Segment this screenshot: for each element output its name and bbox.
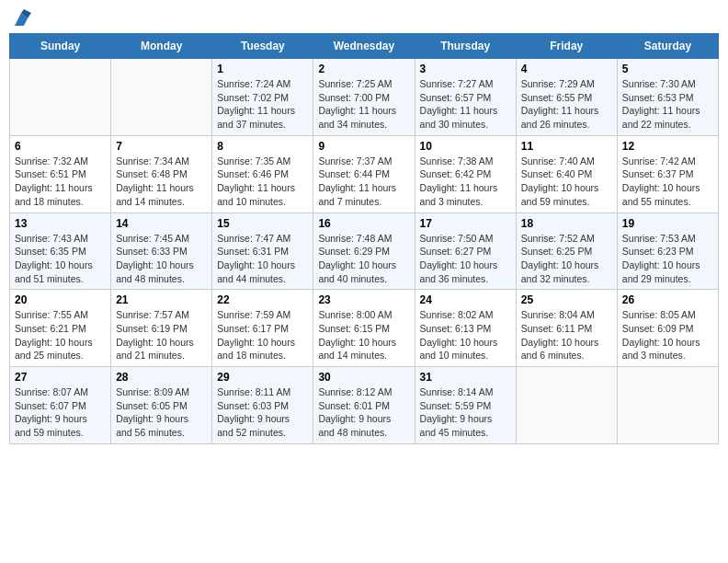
day-info: Sunrise: 7:42 AMSunset: 6:37 PMDaylight:… (622, 155, 713, 209)
day-info: Sunrise: 7:43 AMSunset: 6:35 PMDaylight:… (15, 232, 106, 286)
day-info: Sunrise: 7:27 AMSunset: 6:57 PMDaylight:… (420, 77, 511, 132)
day-number: 22 (217, 293, 308, 306)
day-info: Sunrise: 8:04 AMSunset: 6:11 PMDaylight:… (521, 308, 612, 362)
calendar-cell (617, 367, 718, 444)
weekday-header: Sunday (10, 34, 111, 59)
day-number: 17 (420, 217, 511, 230)
day-info: Sunrise: 7:53 AMSunset: 6:23 PMDaylight:… (622, 232, 713, 286)
day-info: Sunrise: 8:09 AMSunset: 6:05 PMDaylight:… (116, 385, 207, 440)
day-info: Sunrise: 8:00 AMSunset: 6:15 PMDaylight:… (318, 308, 409, 362)
day-info: Sunrise: 8:07 AMSunset: 6:07 PMDaylight:… (15, 385, 106, 440)
day-number: 30 (318, 371, 409, 384)
day-number: 7 (116, 140, 207, 153)
day-number: 20 (15, 293, 106, 306)
day-info: Sunrise: 7:25 AMSunset: 7:00 PMDaylight:… (318, 77, 409, 132)
day-info: Sunrise: 7:55 AMSunset: 6:21 PMDaylight:… (15, 308, 106, 362)
day-info: Sunrise: 7:48 AMSunset: 6:29 PMDaylight:… (318, 232, 409, 286)
day-info: Sunrise: 7:24 AMSunset: 7:02 PMDaylight:… (217, 77, 308, 132)
day-info: Sunrise: 7:32 AMSunset: 6:51 PMDaylight:… (15, 155, 106, 209)
day-number: 18 (521, 217, 612, 230)
calendar-cell: 15Sunrise: 7:47 AMSunset: 6:31 PMDayligh… (212, 213, 313, 290)
day-number: 13 (15, 217, 106, 230)
calendar-cell: 23Sunrise: 8:00 AMSunset: 6:15 PMDayligh… (313, 290, 415, 367)
day-info: Sunrise: 7:29 AMSunset: 6:55 PMDaylight:… (521, 77, 612, 132)
calendar-cell: 5Sunrise: 7:30 AMSunset: 6:53 PMDaylight… (617, 59, 718, 136)
calendar-cell: 10Sunrise: 7:38 AMSunset: 6:42 PMDayligh… (415, 135, 516, 213)
calendar-cell: 4Sunrise: 7:29 AMSunset: 6:55 PMDaylight… (516, 59, 617, 136)
calendar-cell: 19Sunrise: 7:53 AMSunset: 6:23 PMDayligh… (617, 213, 718, 290)
day-number: 10 (420, 140, 511, 153)
day-number: 25 (521, 293, 612, 306)
day-info: Sunrise: 7:57 AMSunset: 6:19 PMDaylight:… (116, 308, 207, 362)
day-number: 31 (420, 371, 511, 384)
day-number: 24 (420, 293, 511, 306)
calendar-cell: 9Sunrise: 7:37 AMSunset: 6:44 PMDaylight… (313, 135, 415, 213)
day-number: 15 (217, 217, 308, 230)
day-info: Sunrise: 8:12 AMSunset: 6:01 PMDaylight:… (318, 385, 409, 440)
weekday-header: Wednesday (313, 34, 415, 59)
day-info: Sunrise: 7:35 AMSunset: 6:46 PMDaylight:… (217, 155, 308, 209)
calendar-cell: 12Sunrise: 7:42 AMSunset: 6:37 PMDayligh… (617, 135, 718, 213)
calendar-cell: 18Sunrise: 7:52 AMSunset: 6:25 PMDayligh… (516, 213, 617, 290)
calendar-table: SundayMondayTuesdayWednesdayThursdayFrid… (9, 33, 719, 444)
day-number: 19 (622, 217, 713, 230)
day-info: Sunrise: 8:14 AMSunset: 5:59 PMDaylight:… (420, 385, 511, 440)
calendar-cell: 17Sunrise: 7:50 AMSunset: 6:27 PMDayligh… (415, 213, 516, 290)
calendar-cell: 24Sunrise: 8:02 AMSunset: 6:13 PMDayligh… (415, 290, 516, 367)
day-number: 29 (217, 371, 308, 384)
weekday-header: Saturday (617, 34, 718, 59)
day-info: Sunrise: 7:47 AMSunset: 6:31 PMDaylight:… (217, 232, 308, 286)
calendar-cell: 27Sunrise: 8:07 AMSunset: 6:07 PMDayligh… (10, 367, 111, 444)
calendar-cell: 7Sunrise: 7:34 AMSunset: 6:48 PMDaylight… (111, 135, 212, 213)
calendar-cell: 29Sunrise: 8:11 AMSunset: 6:03 PMDayligh… (212, 367, 313, 444)
weekday-header: Tuesday (212, 34, 313, 59)
logo (9, 9, 31, 26)
page-header (9, 9, 719, 26)
day-number: 2 (318, 63, 409, 75)
day-number: 3 (420, 63, 511, 75)
calendar-cell (111, 59, 212, 136)
calendar-cell: 26Sunrise: 8:05 AMSunset: 6:09 PMDayligh… (617, 290, 718, 367)
day-number: 16 (318, 217, 409, 230)
calendar-cell: 6Sunrise: 7:32 AMSunset: 6:51 PMDaylight… (10, 135, 111, 213)
day-number: 1 (217, 63, 308, 75)
logo-icon (11, 9, 31, 29)
calendar-cell: 22Sunrise: 7:59 AMSunset: 6:17 PMDayligh… (212, 290, 313, 367)
day-info: Sunrise: 7:38 AMSunset: 6:42 PMDaylight:… (420, 155, 511, 209)
calendar-cell: 25Sunrise: 8:04 AMSunset: 6:11 PMDayligh… (516, 290, 617, 367)
calendar-cell: 3Sunrise: 7:27 AMSunset: 6:57 PMDaylight… (415, 59, 516, 136)
calendar-cell: 11Sunrise: 7:40 AMSunset: 6:40 PMDayligh… (516, 135, 617, 213)
calendar-cell: 28Sunrise: 8:09 AMSunset: 6:05 PMDayligh… (111, 367, 212, 444)
calendar-cell: 21Sunrise: 7:57 AMSunset: 6:19 PMDayligh… (111, 290, 212, 367)
day-info: Sunrise: 7:40 AMSunset: 6:40 PMDaylight:… (521, 155, 612, 209)
day-info: Sunrise: 7:50 AMSunset: 6:27 PMDaylight:… (420, 232, 511, 286)
day-number: 5 (622, 63, 713, 75)
day-info: Sunrise: 7:30 AMSunset: 6:53 PMDaylight:… (622, 77, 713, 132)
day-info: Sunrise: 8:05 AMSunset: 6:09 PMDaylight:… (622, 308, 713, 362)
day-number: 8 (217, 140, 308, 153)
calendar-cell: 2Sunrise: 7:25 AMSunset: 7:00 PMDaylight… (313, 59, 415, 136)
day-info: Sunrise: 7:59 AMSunset: 6:17 PMDaylight:… (217, 308, 308, 362)
calendar-cell (516, 367, 617, 444)
day-info: Sunrise: 8:11 AMSunset: 6:03 PMDaylight:… (217, 385, 308, 440)
weekday-header: Thursday (415, 34, 516, 59)
calendar-cell: 8Sunrise: 7:35 AMSunset: 6:46 PMDaylight… (212, 135, 313, 213)
day-info: Sunrise: 7:37 AMSunset: 6:44 PMDaylight:… (318, 155, 409, 209)
calendar-cell: 14Sunrise: 7:45 AMSunset: 6:33 PMDayligh… (111, 213, 212, 290)
calendar-cell: 1Sunrise: 7:24 AMSunset: 7:02 PMDaylight… (212, 59, 313, 136)
calendar-cell: 16Sunrise: 7:48 AMSunset: 6:29 PMDayligh… (313, 213, 415, 290)
day-number: 9 (318, 140, 409, 153)
day-number: 4 (521, 63, 612, 75)
day-number: 21 (116, 293, 207, 306)
day-info: Sunrise: 8:02 AMSunset: 6:13 PMDaylight:… (420, 308, 511, 362)
day-number: 14 (116, 217, 207, 230)
day-info: Sunrise: 7:34 AMSunset: 6:48 PMDaylight:… (116, 155, 207, 209)
day-number: 23 (318, 293, 409, 306)
day-number: 27 (15, 371, 106, 384)
weekday-header: Monday (111, 34, 212, 59)
calendar-cell (10, 59, 111, 136)
day-info: Sunrise: 7:45 AMSunset: 6:33 PMDaylight:… (116, 232, 207, 286)
day-number: 26 (622, 293, 713, 306)
day-number: 11 (521, 140, 612, 153)
calendar-cell: 13Sunrise: 7:43 AMSunset: 6:35 PMDayligh… (10, 213, 111, 290)
